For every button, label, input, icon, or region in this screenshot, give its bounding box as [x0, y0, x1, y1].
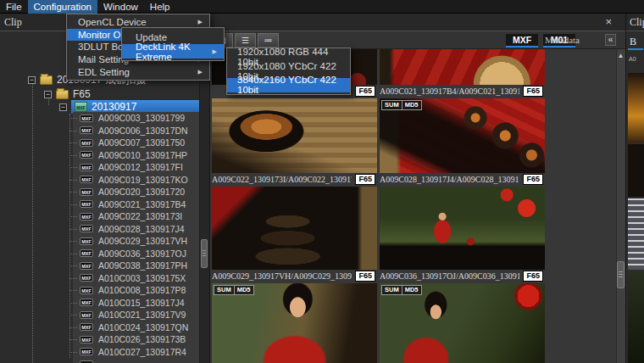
- clip-name: A009C019_130917KO: [98, 175, 188, 185]
- clip-thumbnail-image[interactable]: SUMMD5: [380, 283, 545, 363]
- clip-thumbnail-cell[interactable]: A009C029_130917VH/A009C029_130917… F65: [212, 187, 377, 282]
- preview-strip-image[interactable]: [628, 271, 644, 363]
- tree-scrollbar-track[interactable]: [199, 32, 209, 363]
- f65-camera-badge: F65: [355, 174, 375, 185]
- mxf-file-icon: MXF: [80, 323, 93, 331]
- clip-thumbnail-cell[interactable]: A009C022_1309173I/A009C022_1309173… F65: [212, 98, 377, 185]
- mxf-file-icon: MXF: [80, 287, 93, 294]
- grid-scrollbar-track[interactable]: [616, 49, 625, 363]
- preview-strip-image[interactable]: [628, 198, 644, 270]
- collapse-expander-icon[interactable]: −: [44, 91, 52, 98]
- clip-list-item[interactable]: MXFA009C007_13091750: [73, 137, 200, 149]
- clip-list-item[interactable]: MXF: [73, 358, 200, 363]
- tree-node-label: 20130917: [92, 101, 136, 113]
- folder-icon: [56, 90, 69, 99]
- menu-help[interactable]: Help: [144, 0, 176, 14]
- close-icon[interactable]: ×: [605, 15, 612, 29]
- clip-name: A009C012_130917FI: [98, 162, 183, 172]
- menu-bar: File Configuration Window Help: [0, 0, 644, 14]
- clip-thumbnail-cell[interactable]: A009C021_130917B4/A009C021_130917… F65: [380, 49, 545, 97]
- clip-list-item[interactable]: MXFA009C019_130917KO: [73, 174, 200, 187]
- tree-line: [32, 80, 33, 363]
- preview-strip-image[interactable]: [628, 73, 644, 142]
- menu-item-edl-setting[interactable]: EDL Setting▶: [67, 65, 209, 78]
- mxf-file-icon: MXF: [80, 249, 93, 257]
- f65-camera-badge: F65: [355, 86, 375, 97]
- grid-scrollbar-thumb[interactable]: [617, 261, 625, 288]
- clip-name: A009C036_130917OJ: [98, 249, 186, 259]
- clip-name: A010C003_1309175X: [98, 273, 186, 283]
- clip-thumbnail-cell[interactable]: A009C036_130917OJ/A009C036_130917… F65: [380, 187, 545, 282]
- clip-thumbnail-image[interactable]: [380, 187, 545, 270]
- menu-file[interactable]: File: [0, 0, 28, 14]
- tree-node-label: F65: [73, 88, 91, 100]
- clip-list-item[interactable]: MXFA009C036_130917OJ: [73, 248, 200, 260]
- decklink-resolution-submenu: 1920x1080 RGB 444 10bit 1920x1080 YCbCr …: [226, 47, 351, 95]
- scroll-up-arrow-icon[interactable]: ▲: [617, 51, 625, 61]
- clip-list-item[interactable]: MXFA009C038_130917PH: [73, 260, 200, 272]
- tab-clip[interactable]: Clip: [0, 16, 29, 29]
- clip-list-item[interactable]: MXFA009C021_130917B4: [73, 198, 200, 211]
- clip-name: A009C007_13091750: [98, 137, 185, 148]
- clip-thumbnail-cell[interactable]: SUMMD5 A009C028_130917J4/A009C028_130917…: [380, 98, 545, 185]
- clip-thumbnail-image[interactable]: SUMMD5: [212, 283, 377, 363]
- checksum-badge: SUMMD5: [381, 285, 422, 295]
- list-view-button[interactable]: ☰: [235, 33, 256, 47]
- preview-strip-image[interactable]: [628, 144, 644, 197]
- clip-thumbnail-image[interactable]: [212, 187, 377, 270]
- menu-window[interactable]: Window: [97, 0, 144, 14]
- menu-configuration[interactable]: Configuration: [28, 0, 97, 14]
- mxf-file-icon: MXF: [80, 139, 93, 147]
- clip-list-item[interactable]: MXFA010C003_1309175X: [73, 272, 200, 285]
- metadata-label: Metadata: [545, 35, 580, 45]
- clip-list-item[interactable]: MXFA010C021_130917V9: [73, 309, 200, 321]
- collapse-metadata-icon[interactable]: «: [605, 34, 616, 46]
- mxf-file-icon: MXF: [80, 225, 93, 232]
- monitor-out-submenu: Update DeckLink 4K Extreme▶: [121, 27, 225, 61]
- clip-list-item[interactable]: MXFA009C022_1309173I: [73, 210, 200, 223]
- format-mxf-button[interactable]: MXF: [506, 34, 538, 47]
- menu-item-label: 3840x2160 YCbCr 422 10bit: [237, 75, 343, 95]
- tree-node-f65[interactable]: − F65: [44, 87, 91, 101]
- clip-thumbnail-image[interactable]: [212, 98, 377, 173]
- mxf-file-icon: MXF: [80, 164, 93, 171]
- mxf-file-icon: MXF: [80, 299, 93, 306]
- tree-scrollbar-thumb[interactable]: [201, 239, 208, 268]
- mxf-file-icon: MXF: [80, 213, 93, 221]
- clip-list: MXFA009C003_13091799 MXFA009C006_130917D…: [73, 112, 200, 363]
- clip-name: A010C021_130917V9: [98, 310, 186, 320]
- clip-thumbnail-image[interactable]: SUMMD5: [380, 98, 545, 173]
- clip-list-item[interactable]: MXFA010C008_130917P8: [73, 284, 200, 297]
- clip-thumbnail-image[interactable]: [380, 49, 545, 85]
- md5-badge: MD5: [402, 101, 421, 109]
- menu-item-decklink-4k-extreme[interactable]: DeckLink 4K Extreme▶: [122, 44, 224, 59]
- application-window: File Configuration Window Help Clip − 20…: [0, 0, 644, 363]
- menu-item-2160-ycbcr422[interactable]: 3840x2160 YCbCr 422 10bit: [227, 78, 350, 92]
- clip-list-item[interactable]: MXFA010C027_130917R4: [73, 346, 200, 359]
- menu-item-label: OpenCL Device: [78, 17, 147, 27]
- collapse-expander-icon[interactable]: −: [28, 76, 36, 84]
- clip-list-item[interactable]: MXFA009C029_130917VH: [73, 235, 200, 248]
- clip-list-item[interactable]: MXFA009C020_13091720: [73, 186, 200, 198]
- clip-list-item[interactable]: MXFA009C012_130917FI: [73, 161, 200, 174]
- mxf-stack-icon: MXF: [75, 102, 87, 112]
- collapse-expander-icon[interactable]: −: [59, 103, 67, 111]
- tree-line: [69, 114, 70, 358]
- clip-label-row: A009C029_130917VH/A009C029_130917… F65: [212, 270, 377, 282]
- clip-thumbnail-cell[interactable]: SUMMD5: [380, 283, 545, 363]
- section-b-label[interactable]: B: [630, 36, 636, 48]
- clip-list-item[interactable]: MXFA010C026_1309173B: [73, 333, 200, 346]
- clip-list-item[interactable]: MXFA009C028_130917J4: [73, 223, 200, 236]
- mxf-file-icon: MXF: [80, 114, 93, 122]
- tab-clip-right[interactable]: Clip: [626, 14, 644, 31]
- clip-list-item[interactable]: MXFA010C024_130917QN: [73, 321, 200, 334]
- menu-item-label: EDL Setting: [78, 67, 130, 77]
- clip-name: A009C021_130917B4: [98, 199, 186, 209]
- clip-list-item[interactable]: MXFA010C015_130917J4: [73, 297, 200, 310]
- detail-view-button[interactable]: ≔: [258, 33, 279, 47]
- clip-thumbnail-cell[interactable]: SUMMD5: [212, 283, 377, 363]
- clip-list-item[interactable]: MXFA009C010_130917HP: [73, 149, 200, 162]
- clip-list-item[interactable]: MXFA009C006_130917DN: [73, 125, 200, 137]
- clip-list-item[interactable]: MXFA009C003_13091799: [73, 112, 200, 125]
- menu-item-label: DeckLink 4K Extreme: [136, 42, 206, 62]
